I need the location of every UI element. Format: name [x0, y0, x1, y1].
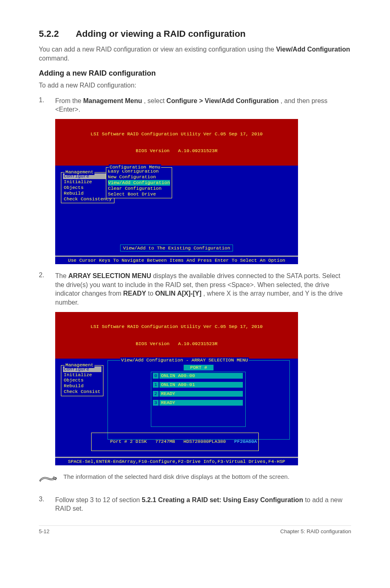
drive-slot: 1 — [153, 382, 159, 388]
management-menu-title: Management — [65, 362, 94, 368]
drive-status: ONLIN A00-00 — [161, 373, 199, 379]
management-menu[interactable]: Management Configure Initialize Objects … — [61, 365, 103, 396]
step-bold: Configure > View/Add Configuration — [166, 97, 279, 104]
mgmt-item-rebuild[interactable]: Rebuild — [63, 383, 101, 389]
mgmt-item-objects[interactable]: Objects — [63, 185, 112, 191]
note-block: The information of the selected hard dis… — [39, 473, 351, 488]
conf-item-new[interactable]: New Configuration — [108, 174, 170, 180]
footer-chapter: Chapter 5: RAID configuration — [280, 528, 351, 534]
drive-status: READY — [161, 391, 199, 397]
conf-item-boot[interactable]: Select Boot Drive — [108, 191, 170, 197]
step-bold: 5.2.1 Creating a RAID set: Using Easy Co… — [142, 496, 303, 503]
pencil-icon — [39, 473, 63, 488]
bios-help-bar: SPACE-Sel,ENTER-EndArray,F10-Configure,F… — [55, 457, 298, 465]
bios-title-line2: BIOS Version A.10.09231523R — [55, 341, 298, 347]
bios-title-bar: LSI Software RAID Configuration Utility … — [55, 312, 298, 359]
intro-tail: command. — [39, 55, 69, 62]
configuration-menu[interactable]: Configuration Menu Easy Configuration Ne… — [106, 167, 172, 198]
drive-info-bar: Port # 2 DISK 77247MB HDS728080PLA380 PF… — [91, 433, 259, 451]
section-title: Adding or viewing a RAID configuration — [76, 29, 246, 39]
page-footer: 5-12 Chapter 5: RAID configuration — [39, 525, 351, 534]
step-bold: ARRAY SELECTION MENU — [68, 272, 151, 279]
intro-paragraph: You can add a new RAID configuration or … — [39, 45, 351, 63]
step-2: 2. The ARRAY SELECTION MENU displays the… — [39, 272, 351, 307]
drive-status: READY — [161, 400, 199, 406]
mgmt-item-check-consist[interactable]: Check Consist — [63, 389, 101, 395]
drive-list-border — [151, 372, 246, 427]
intro-bold: View/Add Configuration — [276, 46, 350, 53]
drive-info-highlight: PF20A60A — [234, 439, 257, 444]
drive-row[interactable]: 1 ONLIN A00-01 — [153, 382, 243, 388]
step-bold: Management Menu — [83, 97, 142, 104]
mgmt-item-rebuild[interactable]: Rebuild — [63, 191, 112, 196]
drive-row[interactable]: 3 READY — [153, 400, 243, 406]
subheading-body: To add a new RAID configuration: — [39, 81, 351, 90]
step-text: to — [148, 290, 155, 297]
step-number: 2. — [39, 272, 55, 307]
step-text: The — [55, 272, 68, 279]
drive-row[interactable]: 0 ONLIN A00-00 — [153, 373, 243, 379]
bios-title-line1: LSI Software RAID Configuration Utility … — [55, 131, 298, 137]
port-header: PORT # — [184, 365, 213, 370]
footer-page-number: 5-12 — [39, 528, 49, 534]
mgmt-item-initialize[interactable]: Initialize — [63, 372, 101, 378]
drive-bar — [199, 400, 241, 406]
drive-bar — [199, 382, 241, 388]
step-number: 3. — [39, 496, 55, 513]
drive-bar — [199, 373, 241, 379]
array-selection-panel: View/Add Configuration - ARRAY SELECTION… — [108, 360, 290, 440]
bios-screenshot-1: LSI Software RAID Configuration Utility … — [55, 119, 298, 264]
step-text: From the — [55, 97, 83, 104]
drive-slot: 0 — [153, 373, 159, 379]
bios-title-bar: LSI Software RAID Configuration Utility … — [55, 119, 298, 166]
configuration-menu-title: Configuration Menu — [109, 164, 161, 170]
drive-info-text: Port # 2 DISK 77247MB HDS728080PLA380 — [110, 439, 234, 444]
prompt-box: View/Add to The Existing Configuration — [120, 245, 233, 252]
step-text: , select — [144, 97, 166, 104]
drive-bar — [199, 391, 241, 397]
mgmt-item-objects[interactable]: Objects — [63, 377, 101, 383]
array-selection-title: View/Add Configuration - ARRAY SELECTION… — [120, 357, 249, 363]
step-1: 1. From the Management Menu , select Con… — [39, 97, 351, 114]
management-menu-title: Management — [65, 169, 94, 175]
drive-slot: 3 — [153, 400, 159, 406]
conf-item-clear[interactable]: Clear Configuration — [108, 186, 170, 191]
step-text: Follow step 3 to 12 of section — [55, 496, 142, 503]
drive-row[interactable]: 2 READY — [153, 391, 243, 397]
step-3: 3. Follow step 3 to 12 of section 5.2.1 … — [39, 496, 351, 513]
step-number: 1. — [39, 97, 55, 114]
bios-help-bar: Use Cursor Keys To Navigate Between Item… — [55, 256, 298, 264]
step-bold: ONLIN A[X]-[Y] — [155, 290, 202, 297]
bios-main-area: Management Configure Initialize Objects … — [55, 166, 298, 256]
section-heading: 5.2.2 Adding or viewing a RAID configura… — [39, 29, 351, 39]
bios-title-line1: LSI Software RAID Configuration Utility … — [55, 324, 298, 330]
mgmt-item-initialize[interactable]: Initialize — [63, 179, 112, 185]
mgmt-item-check-consistency[interactable]: Check Consistency — [63, 196, 112, 202]
step-bold: READY — [123, 290, 146, 297]
intro-pre: You can add a new RAID configuration or … — [39, 46, 276, 53]
conf-item-view-add[interactable]: View/Add Configuration — [108, 180, 170, 186]
bios-main-area: Management Configure Initialize Objects … — [55, 359, 298, 457]
subheading: Adding a new RAID configuration — [39, 69, 351, 78]
note-text: The information of the selected hard dis… — [63, 473, 289, 481]
bios-screenshot-2: LSI Software RAID Configuration Utility … — [55, 312, 298, 465]
section-number: 5.2.2 — [39, 29, 59, 39]
drive-status: ONLIN A00-01 — [161, 382, 199, 388]
drive-slot: 2 — [153, 391, 159, 397]
bios-title-line2: BIOS Version A.10.09231523R — [55, 148, 298, 154]
